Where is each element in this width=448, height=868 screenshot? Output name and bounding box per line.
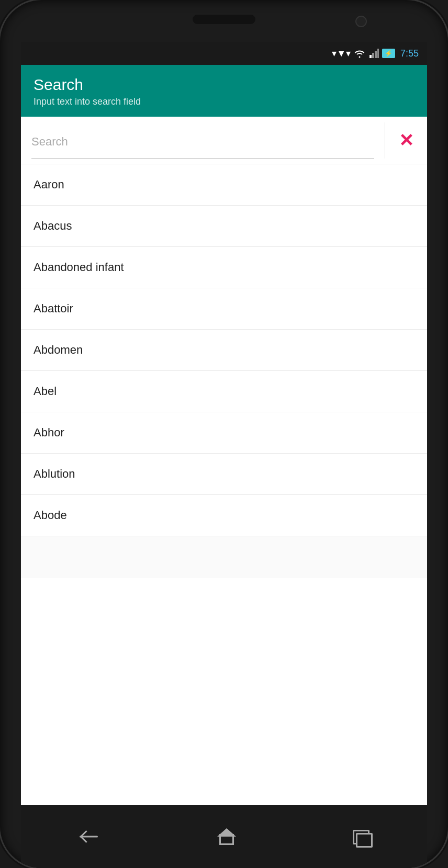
search-bar: ✕ — [21, 117, 427, 164]
list-item[interactable]: Abdomen — [21, 330, 427, 371]
search-input[interactable] — [31, 122, 374, 159]
svg-rect-1 — [372, 53, 374, 58]
back-button[interactable] — [64, 824, 116, 849]
status-icons: ▾▼▾ ⚡ 7:55 — [332, 48, 419, 59]
screen: ▾▼▾ ⚡ 7:55 Search — [21, 42, 427, 805]
app-bar: Search Input text into search field — [21, 65, 427, 117]
list-item[interactable]: Abhor — [21, 412, 427, 454]
list-item[interactable]: Abacus — [21, 206, 427, 247]
wifi-icon: ▾▼▾ — [332, 48, 351, 59]
battery-icon: ⚡ — [382, 49, 395, 58]
list-item[interactable]: Abode — [21, 495, 427, 536]
clear-button[interactable]: ✕ — [385, 117, 427, 164]
svg-rect-0 — [369, 55, 372, 58]
phone-frame: ▾▼▾ ⚡ 7:55 Search — [0, 0, 448, 868]
clear-icon: ✕ — [399, 130, 413, 151]
list-item[interactable]: Ablution — [21, 454, 427, 495]
status-time: 7:55 — [400, 48, 419, 59]
svg-rect-3 — [377, 49, 379, 58]
app-bar-title: Search — [33, 75, 415, 94]
status-bar: ▾▼▾ ⚡ 7:55 — [21, 42, 427, 65]
recents-button[interactable] — [337, 825, 384, 849]
list-item-empty — [21, 536, 427, 578]
svg-rect-2 — [375, 51, 377, 58]
wifi-icon-svg — [354, 49, 365, 58]
camera — [355, 16, 367, 27]
list-container: Aaron Abacus Abandoned infant Abattoir A… — [21, 164, 427, 805]
home-button[interactable] — [203, 823, 251, 850]
nav-bar — [21, 805, 427, 868]
home-icon — [218, 828, 235, 845]
list-item[interactable]: Abattoir — [21, 288, 427, 330]
list-item[interactable]: Abandoned infant — [21, 247, 427, 288]
back-icon — [80, 829, 100, 844]
recents-icon — [353, 830, 368, 843]
list-item[interactable]: Abel — [21, 371, 427, 412]
app-bar-subtitle: Input text into search field — [33, 96, 415, 107]
search-input-container — [21, 122, 385, 159]
list-item[interactable]: Aaron — [21, 164, 427, 206]
signal-icon — [369, 49, 379, 58]
